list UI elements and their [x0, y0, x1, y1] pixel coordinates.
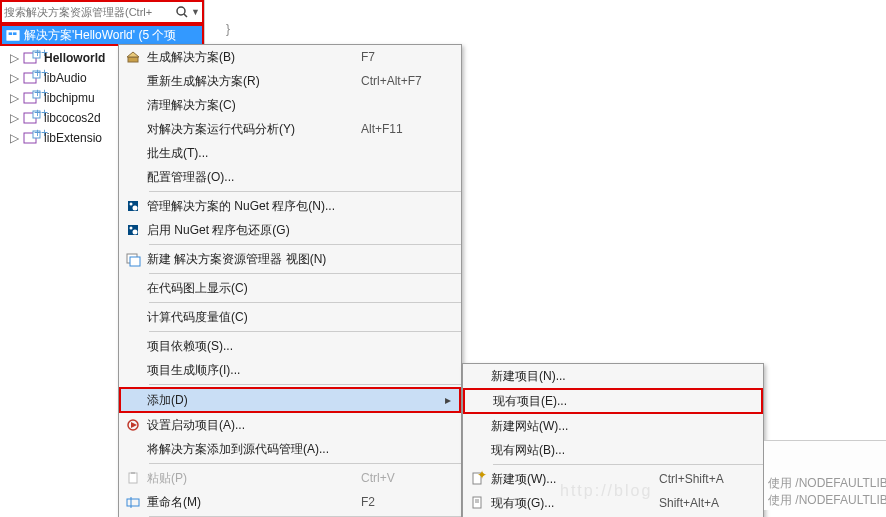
search-row: ▼ — [0, 0, 204, 24]
submenu-item[interactable]: 新建项目(N)... — [463, 364, 763, 388]
menu-label: 管理解决方案的 NuGet 程序包(N)... — [147, 198, 361, 215]
menu-label: 启用 NuGet 程序包还原(G) — [147, 222, 361, 239]
menu-shortcut: Shift+Alt+A — [659, 496, 749, 510]
search-input[interactable] — [4, 6, 176, 18]
context-menu: 生成解决方案(B)F7重新生成解决方案(R)Ctrl+Alt+F7清理解决方案(… — [118, 44, 462, 517]
svg-text:✦: ✦ — [477, 468, 487, 482]
search-icon[interactable] — [176, 6, 188, 18]
project-label: libExtensio — [44, 131, 102, 145]
expand-caret-icon[interactable]: ▷ — [10, 91, 20, 105]
watermark: http://blog — [560, 482, 652, 500]
menu-label: 现有项目(E)... — [493, 393, 657, 410]
menu-label: 粘贴(P) — [147, 470, 361, 487]
expand-caret-icon[interactable]: ▷ — [10, 51, 20, 65]
solution-icon — [6, 28, 20, 42]
menu-separator — [149, 302, 461, 303]
submenu-item[interactable]: 新建网站(W)... — [463, 414, 763, 438]
context-menu-item[interactable]: 新建 解决方案资源管理器 视图(N) — [119, 247, 461, 271]
context-menu-item[interactable]: 重命名(M)F2 — [119, 490, 461, 514]
output-line: 使用 /NODEFAULTLIB:lib — [768, 476, 886, 490]
submenu-item[interactable]: 现有网站(B)... — [463, 438, 763, 462]
submenu-item[interactable]: 现有项目(E)... — [463, 388, 763, 414]
menu-separator — [149, 273, 461, 274]
project-icon: ++ — [24, 131, 40, 145]
project-label: Helloworld — [44, 51, 105, 65]
dropdown-caret-icon[interactable]: ▼ — [191, 7, 200, 17]
output-line: 使用 /NODEFAULTLIB:li — [768, 493, 886, 507]
menu-label: 新建项目(N)... — [491, 368, 659, 385]
menu-label: 项目依赖项(S)... — [147, 338, 361, 355]
menu-shortcut: F2 — [361, 495, 447, 509]
menu-label: 项目生成顺序(I)... — [147, 362, 361, 379]
context-menu-item[interactable]: 启用 NuGet 程序包还原(G) — [119, 218, 461, 242]
menu-label: 清理解决方案(C) — [147, 97, 361, 114]
project-icon: ++ — [24, 91, 40, 105]
svg-point-25 — [133, 206, 138, 211]
expand-caret-icon[interactable]: ▷ — [10, 111, 20, 125]
nuget-icon — [119, 199, 147, 213]
menu-shortcut: Ctrl+Alt+F7 — [361, 74, 447, 88]
menu-label: 计算代码度量值(C) — [147, 309, 361, 326]
menu-separator — [149, 331, 461, 332]
menu-label: 将解决方案添加到源代码管理(A)... — [147, 441, 361, 458]
context-menu-item[interactable]: 项目生成顺序(I)... — [119, 358, 461, 382]
context-menu-item[interactable]: 清理解决方案(C) — [119, 93, 461, 117]
context-menu-item[interactable]: 重新生成解决方案(R)Ctrl+Alt+F7 — [119, 69, 461, 93]
svg-rect-33 — [129, 473, 137, 483]
context-menu-item[interactable]: 将解决方案添加到源代码管理(A)... — [119, 437, 461, 461]
project-icon: ++ — [24, 111, 40, 125]
menu-separator — [149, 384, 461, 385]
menu-label: 生成解决方案(B) — [147, 49, 361, 66]
expand-caret-icon[interactable]: ▷ — [10, 71, 20, 85]
svg-marker-22 — [127, 52, 139, 57]
menu-shortcut: Ctrl+V — [361, 471, 447, 485]
rename-icon — [119, 495, 147, 509]
context-menu-item[interactable]: 在代码图上显示(C) — [119, 276, 461, 300]
menu-shortcut: Ctrl+Shift+A — [659, 472, 749, 486]
menu-label: 新建网站(W)... — [491, 418, 659, 435]
svg-point-27 — [130, 227, 133, 230]
menu-separator — [149, 191, 461, 192]
build-icon — [119, 50, 147, 64]
svg-rect-21 — [128, 57, 138, 62]
context-menu-item[interactable]: 管理解决方案的 NuGet 程序包(N)... — [119, 194, 461, 218]
menu-separator — [149, 463, 461, 464]
solution-node[interactable]: 解决方案'HelloWorld' (5 个项 — [0, 24, 204, 46]
context-menu-item[interactable]: 配置管理器(O)... — [119, 165, 461, 189]
expand-caret-icon[interactable]: ▷ — [10, 131, 20, 145]
context-menu-item[interactable]: 添加(D)▸ — [119, 387, 461, 413]
newview-icon — [119, 252, 147, 266]
context-menu-item[interactable]: 批生成(T)... — [119, 141, 461, 165]
context-menu-item[interactable]: 计算代码度量值(C) — [119, 305, 461, 329]
svg-rect-3 — [9, 32, 13, 35]
menu-label: 现有网站(B)... — [491, 442, 659, 459]
svg-point-0 — [177, 7, 185, 15]
context-menu-item[interactable]: 粘贴(P)Ctrl+V — [119, 466, 461, 490]
project-label: libAudio — [44, 71, 87, 85]
project-label: libcocos2d — [44, 111, 101, 125]
menu-label: 重新生成解决方案(R) — [147, 73, 361, 90]
menu-label: 设置启动项目(A)... — [147, 417, 361, 434]
svg-rect-2 — [7, 31, 19, 41]
svg-point-24 — [130, 203, 133, 206]
solution-title: 解决方案'HelloWorld' (5 个项 — [24, 27, 176, 44]
project-icon: ++ — [24, 51, 40, 65]
context-menu-item[interactable]: 设置启动项目(A)... — [119, 413, 461, 437]
svg-rect-4 — [13, 32, 17, 35]
submenu-arrow-icon: ▸ — [445, 393, 459, 407]
menu-shortcut: F7 — [361, 50, 447, 64]
menu-separator — [149, 244, 461, 245]
startup-icon — [119, 418, 147, 432]
menu-label: 对解决方案运行代码分析(Y) — [147, 121, 361, 138]
svg-marker-32 — [131, 422, 137, 428]
project-icon: ++ — [24, 71, 40, 85]
menu-shortcut: Alt+F11 — [361, 122, 447, 136]
menu-label: 配置管理器(O)... — [147, 169, 361, 186]
svg-rect-30 — [130, 257, 140, 266]
context-menu-item[interactable]: 项目依赖项(S)... — [119, 334, 461, 358]
paste-icon — [119, 471, 147, 485]
context-menu-item[interactable]: 对解决方案运行代码分析(Y)Alt+F11 — [119, 117, 461, 141]
svg-rect-35 — [127, 499, 139, 506]
brace-icon: } — [226, 22, 230, 36]
context-menu-item[interactable]: 生成解决方案(B)F7 — [119, 45, 461, 69]
